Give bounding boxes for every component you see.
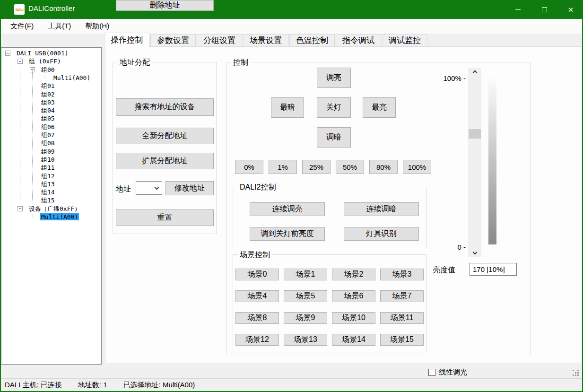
percent-button[interactable]: 100% xyxy=(403,160,431,174)
max-brightness-button[interactable]: 最亮 xyxy=(363,97,396,118)
address-action-button[interactable]: 搜索有地址的设备 xyxy=(116,98,214,116)
tree-item[interactable]: 组09 xyxy=(40,148,56,155)
address-action-button[interactable]: 扩展分配地址 xyxy=(116,153,214,169)
lamp-off-button[interactable]: 关灯 xyxy=(317,97,351,118)
maximize-button[interactable] xyxy=(533,0,555,19)
tree-item[interactable]: 组02 xyxy=(40,91,56,98)
brightness-scrollbar[interactable] xyxy=(468,68,481,257)
tab[interactable]: 分组设置 xyxy=(197,34,242,47)
tree-item[interactable]: 组04 xyxy=(40,107,56,114)
address-assign-group-title: 地址分配 xyxy=(118,58,152,67)
tree-item[interactable]: 组12 xyxy=(40,173,56,180)
tab[interactable]: 操作控制 xyxy=(104,33,149,47)
minimize-button[interactable] xyxy=(507,0,529,19)
resize-grip-icon[interactable] xyxy=(573,370,574,371)
app-logo-icon: DALI xyxy=(14,4,25,15)
percent-button[interactable]: 25% xyxy=(302,160,331,174)
address-action-button[interactable]: 全新分配地址 xyxy=(116,128,214,144)
scene-button[interactable]: 场景10 xyxy=(332,312,375,324)
scroll-down-button[interactable] xyxy=(468,247,481,257)
dali2-button[interactable]: 调到关灯前亮度 xyxy=(250,227,325,241)
tree-connector-line xyxy=(44,74,45,78)
tree-item[interactable]: 组06 xyxy=(40,123,56,131)
scene-button[interactable]: 场景7 xyxy=(380,290,424,302)
tree-item[interactable]: 组10 xyxy=(40,156,56,163)
tab[interactable]: 调试监控 xyxy=(382,34,427,47)
slider-min-label: 0 - xyxy=(437,243,466,251)
tree-item[interactable]: 组11 xyxy=(40,164,56,171)
tab[interactable]: 场景设置 xyxy=(243,34,288,47)
tab[interactable]: 色温控制 xyxy=(289,34,335,47)
menu-item[interactable]: 文件(F) xyxy=(9,21,35,32)
percent-button[interactable]: 0% xyxy=(235,160,263,174)
address-assign-group: 地址分配 xyxy=(113,62,217,234)
tab[interactable]: 参数设置 xyxy=(150,34,196,47)
scene-control-group-title: 场景控制 xyxy=(238,250,272,259)
tree-item[interactable]: 组00 xyxy=(40,66,56,73)
scene-button[interactable]: 场景11 xyxy=(380,312,424,324)
scene-button[interactable]: 场景4 xyxy=(235,290,279,302)
checkbox-icon[interactable] xyxy=(428,369,435,376)
address-combobox[interactable] xyxy=(136,181,162,195)
scene-button[interactable]: 场景9 xyxy=(284,312,327,324)
tree-item[interactable]: DALI USB(0001) xyxy=(16,50,70,57)
tree-item[interactable]: Multi(A00) xyxy=(52,74,91,81)
modify-address-button[interactable]: 修改地址 xyxy=(165,181,214,195)
linear-dimming-checkbox[interactable]: 线性调光 xyxy=(428,368,467,377)
scroll-up-button[interactable] xyxy=(468,68,481,77)
scene-button[interactable]: 场景8 xyxy=(235,312,279,324)
maximize-icon xyxy=(542,7,547,12)
scene-button[interactable]: 场景0 xyxy=(235,269,279,280)
scene-button[interactable]: 场景14 xyxy=(332,334,375,346)
dali2-button[interactable]: 连续调暗 xyxy=(344,202,419,216)
tree-item[interactable]: 组08 xyxy=(40,139,56,147)
scene-button[interactable]: 场景3 xyxy=(380,269,424,280)
tree-item[interactable]: 组05 xyxy=(40,115,56,122)
chevron-down-icon xyxy=(155,185,159,190)
dali2-button[interactable]: 灯具识别 xyxy=(344,227,419,241)
scene-button[interactable]: 场景1 xyxy=(284,269,327,280)
percent-button[interactable]: 80% xyxy=(369,160,398,174)
scene-button[interactable]: 场景12 xyxy=(235,334,279,346)
dim-down-button[interactable]: 调暗 xyxy=(317,127,351,148)
tree-item[interactable]: 组14 xyxy=(40,189,56,196)
percent-buttons-row: 0%1%25%50%80%100% xyxy=(235,160,431,174)
tree-item[interactable]: 设备（广播0xFF） xyxy=(28,205,81,212)
scene-button[interactable]: 场景2 xyxy=(332,269,375,280)
scene-button[interactable]: 场景15 xyxy=(380,334,424,346)
reset-button[interactable]: 重置 xyxy=(116,209,214,226)
scene-buttons-grid: 场景0场景1场景2场景3场景4场景5场景6场景7场景8场景9场景10场景11场景… xyxy=(235,269,426,346)
tree-item[interactable]: 组01 xyxy=(40,82,56,89)
tree-item-selected[interactable]: Multi(A00) xyxy=(40,213,79,220)
address-label: 地址 xyxy=(116,184,131,194)
tree-item[interactable]: 组13 xyxy=(40,181,56,188)
minimize-icon xyxy=(515,9,521,10)
tree-connector-line xyxy=(20,57,20,213)
dali2-control-group-title: DALI2控制 xyxy=(238,183,278,192)
scene-button[interactable]: 场景13 xyxy=(284,334,327,346)
tree-item[interactable]: 组07 xyxy=(40,131,56,139)
tree-item[interactable]: 组03 xyxy=(40,99,56,106)
scrollbar-thumb[interactable] xyxy=(469,129,481,139)
tree-item[interactable]: 组15 xyxy=(40,197,56,204)
slider-max-label: 100% - xyxy=(437,74,466,82)
dim-up-button[interactable]: 调亮 xyxy=(317,68,351,88)
close-button[interactable]: ✕ xyxy=(560,0,582,19)
min-brightness-button[interactable]: 最暗 xyxy=(271,97,304,118)
scene-button[interactable]: 场景6 xyxy=(332,290,375,302)
tree-item[interactable]: 组 (0xFF) xyxy=(28,58,62,65)
titlebar: DALI DALIController ✕ xyxy=(0,0,583,19)
menu-item[interactable]: 工具(T) xyxy=(47,21,72,32)
linear-dimming-label: 线性调光 xyxy=(439,368,467,377)
scene-button[interactable]: 场景5 xyxy=(284,290,327,302)
percent-button[interactable]: 1% xyxy=(269,160,297,174)
percent-button[interactable]: 50% xyxy=(336,160,364,174)
tree-expand-toggle[interactable] xyxy=(5,51,10,56)
address-action-button[interactable]: 删除地址 xyxy=(116,0,214,11)
brightness-value-label: 亮度值 xyxy=(433,265,455,275)
brightness-value-box[interactable]: 170 [10%] xyxy=(470,263,517,276)
tab[interactable]: 指令调试 xyxy=(336,34,381,47)
device-tree[interactable]: DALI USB(0001)组 (0xFF)组00Multi(A00)组01组0… xyxy=(1,47,102,365)
menu-item[interactable]: 帮助(H) xyxy=(84,21,110,32)
dali2-button[interactable]: 连续调亮 xyxy=(250,202,325,216)
